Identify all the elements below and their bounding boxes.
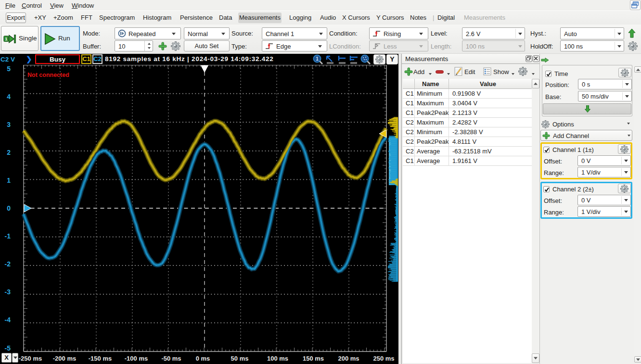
svg-text:-50 ms: -50 ms — [161, 355, 181, 362]
svg-text:-1: -1 — [5, 232, 11, 240]
svg-text:100 ms: 100 ms — [267, 355, 288, 362]
svg-text:2: 2 — [7, 149, 11, 156]
svg-text:-5: -5 — [5, 344, 11, 352]
svg-text:250 ms: 250 ms — [373, 355, 394, 362]
svg-text:1: 1 — [316, 56, 319, 62]
svg-text:-200 ms: -200 ms — [53, 355, 76, 362]
svg-text:5: 5 — [7, 65, 11, 73]
svg-text:-3: -3 — [5, 288, 11, 296]
svg-text:-4: -4 — [5, 316, 11, 324]
svg-text:1: 1 — [5, 37, 7, 41]
svg-text:0: 0 — [7, 204, 11, 212]
svg-text:50 ms: 50 ms — [231, 355, 249, 362]
svg-text:Not connected: Not connected — [27, 72, 69, 78]
svg-text:-250 ms: -250 ms — [19, 355, 42, 362]
svg-text:-2: -2 — [5, 260, 11, 268]
svg-text:-100 ms: -100 ms — [125, 355, 148, 362]
svg-text:-150 ms: -150 ms — [89, 355, 112, 362]
svg-text:200 ms: 200 ms — [338, 355, 359, 362]
svg-text:0 ms: 0 ms — [196, 355, 210, 362]
svg-text:150 ms: 150 ms — [303, 355, 324, 362]
svg-text:4: 4 — [7, 93, 11, 100]
svg-text:3: 3 — [7, 121, 11, 128]
svg-text:1: 1 — [7, 176, 11, 184]
